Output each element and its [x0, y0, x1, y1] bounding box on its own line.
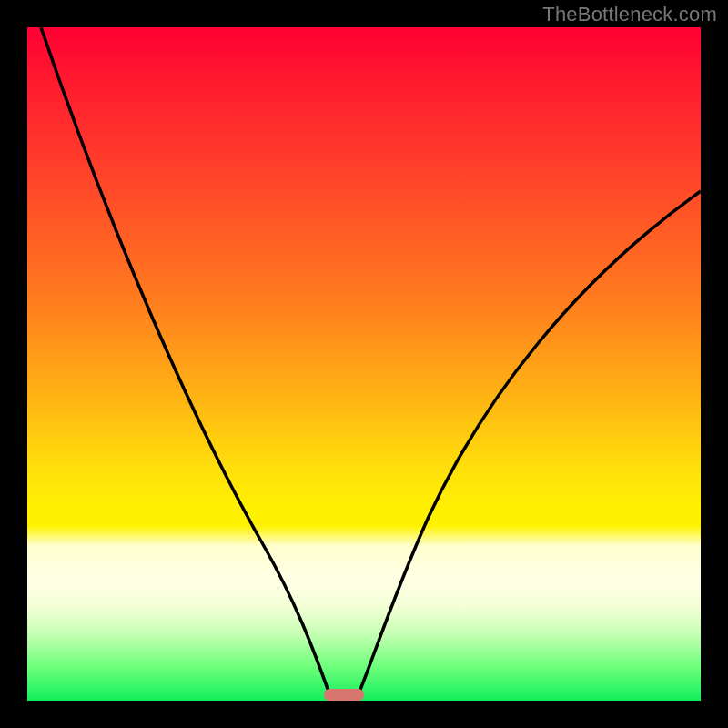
right-curve [358, 191, 701, 696]
curves-svg [27, 27, 701, 701]
bottom-pill-marker [324, 689, 364, 701]
chart-frame: TheBottleneck.com [0, 0, 728, 728]
watermark-text: TheBottleneck.com [542, 3, 717, 26]
left-curve [41, 27, 330, 696]
plot-area [27, 27, 701, 701]
